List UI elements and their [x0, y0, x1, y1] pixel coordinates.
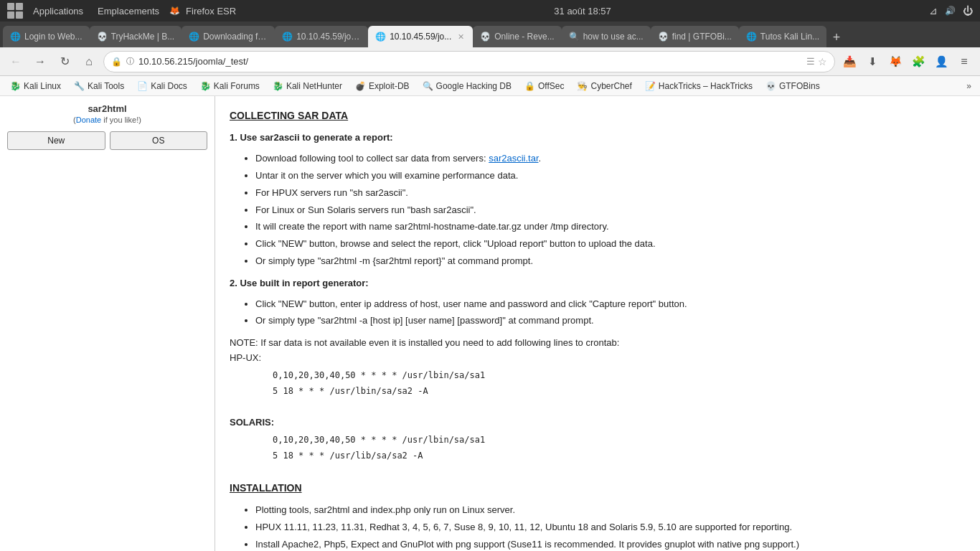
wifi-icon: ⊿ — [929, 5, 938, 17]
tab-4-favicon: 🌐 — [282, 32, 292, 42]
titlebar-right: ⊿ 🔊 ⏻ — [922, 5, 980, 17]
bookmark-kali-tools[interactable]: 🔧 Kali Tools — [68, 80, 130, 93]
emplacements-menu[interactable]: Emplacements — [93, 4, 164, 18]
bookmark-kali-linux-label: Kali Linux — [24, 81, 61, 91]
extension-icon[interactable]: 🧩 — [908, 52, 928, 72]
hacktricks-icon: 📝 — [645, 81, 656, 91]
tab-7-label: how to use ac... — [583, 32, 644, 42]
bookmark-offsec[interactable]: 🔒 OffSec — [519, 80, 570, 93]
step1-header: 1. Use sar2ascii to generate a report: — [230, 131, 966, 146]
sar2ascii-link[interactable]: sar2ascii.tar — [489, 153, 538, 164]
install-item-3: Install Apache2, Php5, Expect and GnuPlo… — [255, 537, 966, 551]
bookmark-nethunter-label: Kali NetHunter — [286, 81, 342, 91]
lock-icon: 🔒 — [111, 57, 122, 67]
main-layout: sar2html (Donate if you like!) New OS CO… — [0, 96, 980, 551]
bookmark-offsec-label: OffSec — [538, 81, 564, 91]
bookmark-gtfobins[interactable]: 💀 GTFOBins — [760, 80, 826, 93]
tab-7-favicon: 🔍 — [569, 32, 579, 42]
bookmark-hacktricks-label: HackTricks – HackTricks — [659, 81, 753, 91]
bookmarks-overflow-button[interactable]: » — [962, 80, 976, 93]
new-button[interactable]: New — [7, 131, 105, 150]
bookmark-hacktricks[interactable]: 📝 HackTricks – HackTricks — [639, 80, 758, 93]
tab-7[interactable]: 🔍 how to use ac... — [562, 26, 651, 47]
gtfobins-icon: 💀 — [765, 81, 776, 91]
reader-view-icon[interactable]: ☰ — [806, 56, 815, 67]
tab-6[interactable]: 💀 Online - Reve... — [473, 26, 561, 47]
install-list: Plotting tools, sar2html and index.php o… — [255, 503, 966, 551]
tabbar: 🌐 Login to Web... 💀 TryHackMe | B... 🌐 D… — [0, 22, 980, 47]
os-button[interactable]: OS — [110, 131, 208, 150]
tab-3-label: Downloading file... — [203, 32, 268, 42]
bookmark-exploit-db[interactable]: 💣 Exploit-DB — [349, 80, 415, 93]
titlebar-datetime: 31 août 18:57 — [243, 6, 922, 17]
donate-link[interactable]: Donate — [76, 116, 101, 124]
cyberchef-icon: 👨‍🍳 — [577, 81, 588, 91]
tab-8[interactable]: 💀 find | GTFOBi... — [651, 26, 739, 47]
persona-icon[interactable]: 👤 — [931, 52, 951, 72]
volume-icon[interactable]: 🔊 — [945, 6, 956, 16]
download-icon[interactable]: ⬇ — [862, 52, 882, 72]
sidebar-buttons: New OS — [7, 131, 207, 150]
bookmark-kali-docs[interactable]: 📄 Kali Docs — [131, 80, 193, 93]
step1-item-2: Untar it on the server which you will ex… — [255, 169, 966, 184]
ghdb-icon: 🔍 — [423, 81, 433, 91]
tab-3[interactable]: 🌐 Downloading file... — [182, 26, 275, 47]
apps-grid-icon[interactable] — [7, 3, 23, 19]
kali-forums-icon: 🐉 — [200, 81, 211, 91]
solaris-label: SOLARIS: — [230, 415, 966, 430]
tab-4[interactable]: 🌐 10.10.45.59/joom... — [275, 26, 368, 47]
menu-button[interactable]: ≡ — [954, 52, 974, 72]
home-button[interactable]: ⌂ — [79, 52, 99, 72]
tab-9-favicon: 🌐 — [746, 32, 756, 42]
applications-menu[interactable]: Applications — [29, 4, 88, 18]
bookmark-star-icon[interactable]: ☆ — [818, 56, 827, 67]
urlbar-icons: ☰ ☆ — [806, 56, 827, 67]
power-icon[interactable]: ⏻ — [963, 5, 973, 17]
tab-5-label: 10.10.45.59/jo... — [390, 32, 451, 42]
bookmark-ghdb-label: Google Hacking DB — [436, 81, 512, 91]
tab-6-label: Online - Reve... — [494, 32, 554, 42]
offsec-icon: 🔒 — [524, 81, 535, 91]
firefox-account-icon[interactable]: 🦊 — [885, 52, 905, 72]
pocket-icon[interactable]: 📥 — [839, 52, 859, 72]
nav-right: 📥 ⬇ 🦊 🧩 👤 ≡ — [839, 52, 974, 72]
tab-1[interactable]: 🌐 Login to Web... — [3, 26, 90, 47]
sidebar-username: sar2html — [88, 103, 126, 114]
bookmark-ghdb[interactable]: 🔍 Google Hacking DB — [417, 80, 517, 93]
bookmark-cyberchef-label: CyberChef — [590, 81, 631, 91]
bookmark-kali-linux[interactable]: 🐉 Kali Linux — [4, 80, 67, 93]
reload-button[interactable]: ↻ — [55, 52, 75, 72]
bookmark-exploit-db-label: Exploit-DB — [369, 81, 410, 91]
forward-button[interactable]: → — [30, 52, 50, 72]
bookmark-cyberchef[interactable]: 👨‍🍳 CyberChef — [571, 80, 637, 93]
back-button[interactable]: ← — [6, 52, 26, 72]
url-text[interactable]: 10.10.56.215/joomla/_test/ — [138, 56, 802, 67]
urlbar[interactable]: 🔒 ⓘ 10.10.56.215/joomla/_test/ ☰ ☆ — [103, 51, 835, 72]
bookmark-kali-tools-label: Kali Tools — [88, 81, 124, 91]
install-item-2: HPUX 11.11, 11.23, 11.31, Redhat 3, 4, 5… — [255, 520, 966, 535]
titlebar: Applications Emplacements 🦊 Firefox ESR … — [0, 0, 980, 22]
info-icon: ⓘ — [126, 56, 134, 67]
tab-9[interactable]: 🌐 Tutos Kali Lin... — [739, 26, 826, 47]
new-tab-button[interactable]: + — [826, 27, 847, 47]
browser-label: Firefox ESR — [186, 6, 236, 17]
step1-item-5: It will create the report with name sar2… — [255, 220, 966, 235]
nethunter-icon: 🐉 — [273, 81, 283, 91]
section2-title: INSTALLATION — [230, 480, 966, 496]
step1-item-4: For Linux or Sun Solaris servers run "ba… — [255, 203, 966, 218]
bookmark-kali-forums[interactable]: 🐉 Kali Forums — [194, 80, 265, 93]
tab-5[interactable]: 🌐 10.10.45.59/jo... ✕ — [368, 26, 473, 47]
step2-list: Click "NEW" button, enter ip address of … — [255, 297, 966, 329]
kali-docs-icon: 📄 — [137, 81, 148, 91]
tab-8-favicon: 💀 — [658, 32, 668, 42]
tab-9-label: Tutos Kali Lin... — [760, 32, 819, 42]
step1-item-7: Or simply type "sar2html -m {sar2html re… — [255, 254, 966, 269]
tab-2[interactable]: 💀 TryHackMe | B... — [90, 26, 182, 47]
tab-5-close[interactable]: ✕ — [456, 32, 466, 42]
step2-item-1: Click "NEW" button, enter ip address of … — [255, 297, 966, 312]
tab-2-favicon: 💀 — [97, 32, 107, 42]
bookmark-nethunter[interactable]: 🐉 Kali NetHunter — [267, 80, 348, 93]
step1-item-1: Download following tool to collect sar d… — [255, 151, 966, 166]
tab-3-favicon: 🌐 — [189, 32, 199, 42]
sidebar: sar2html (Donate if you like!) New OS — [0, 96, 215, 551]
